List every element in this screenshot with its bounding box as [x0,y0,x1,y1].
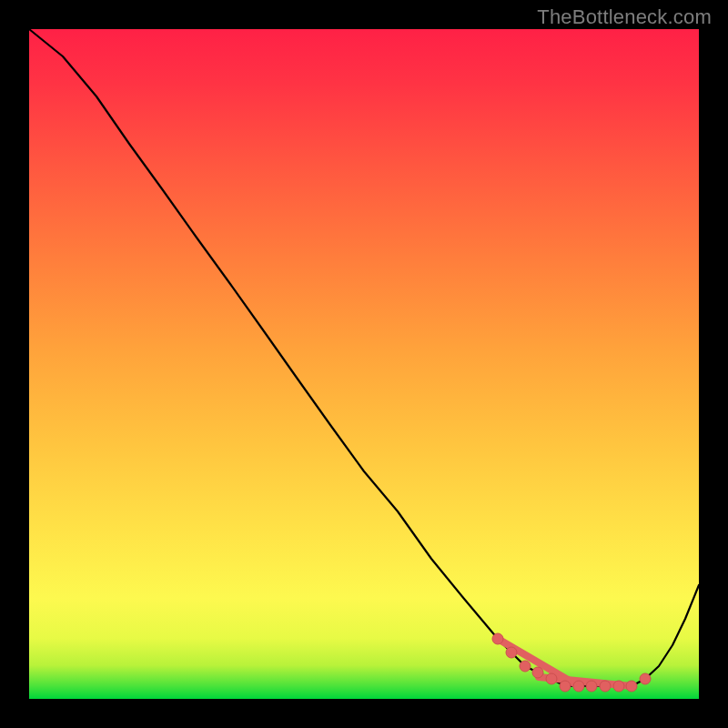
marker-dot [506,647,517,658]
bottleneck-curve [29,29,699,686]
marker-dot [600,681,611,692]
marker-dot [613,681,624,692]
marker-dot [532,667,543,678]
marker-dot [586,681,597,692]
marker-dot [560,681,571,692]
chart-frame: TheBottleneck.com [0,0,728,728]
marker-dot [626,681,637,692]
marker-dot [573,681,584,692]
plot-area [29,29,699,699]
marker-dot [520,661,531,672]
chart-svg [29,29,699,699]
marker-dot [546,673,557,684]
marker-dot [492,633,503,644]
watermark-text: TheBottleneck.com [537,5,712,29]
marker-dot [640,673,651,684]
